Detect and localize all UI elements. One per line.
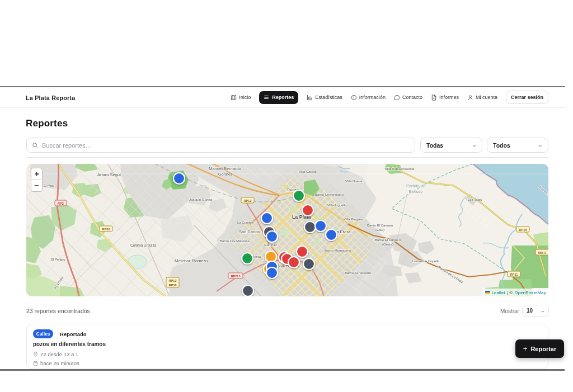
svg-text:Melchor Romero: Melchor Romero <box>175 258 208 263</box>
svg-text:Barrio Universitario: Barrio Universitario <box>315 193 344 196</box>
svg-text:Barrio Monasterio: Barrio Monasterio <box>325 249 351 252</box>
svg-text:Los Talas: Los Talas <box>468 198 482 201</box>
svg-text:RP13: RP13 <box>169 279 177 282</box>
svg-text:Villa Nueva: Villa Nueva <box>345 180 363 183</box>
svg-text:Colonia Urquiza: Colonia Urquiza <box>130 243 157 248</box>
svg-text:Partido deBerisso: Partido deBerisso <box>406 183 425 194</box>
svg-text:RP2: RP2 <box>58 202 64 205</box>
svg-text:RP15: RP15 <box>519 228 527 232</box>
svg-text:Joaquín Gorina: Joaquín Gorina <box>189 198 213 201</box>
svg-text:El Peligro: El Peligro <box>51 258 65 261</box>
svg-text:Villa Catella: Villa Catella <box>299 170 317 173</box>
svg-text:Villa Arguello: Villa Arguello <box>327 204 347 207</box>
svg-text:La Cumbre: La Cumbre <box>237 221 254 224</box>
svg-text:RP215: RP215 <box>231 275 240 278</box>
svg-text:Arturo Seguí: Arturo Seguí <box>97 172 121 177</box>
svg-text:Gambier: Gambier <box>264 243 277 247</box>
svg-text:RP36: RP36 <box>169 284 177 287</box>
svg-text:RP13: RP13 <box>244 199 252 202</box>
svg-text:RP11: RP11 <box>510 273 518 276</box>
svg-text:Barrio Las Malvinas: Barrio Las Malvinas <box>220 239 250 243</box>
svg-text:RP36: RP36 <box>102 228 110 231</box>
svg-text:El Pato: El Pato <box>44 184 55 187</box>
svg-text:055-0: 055-0 <box>538 251 546 254</box>
svg-text:Villa Independencia: Villa Independencia <box>385 167 415 171</box>
svg-text:San Carlos: San Carlos <box>239 229 260 234</box>
svg-text:Lomas de Copello: Lomas de Copello <box>412 259 440 263</box>
svg-text:Barrio Aeropuerto: Barrio Aeropuerto <box>345 271 372 275</box>
svg-text:Villa Progreso: Villa Progreso <box>344 218 365 221</box>
